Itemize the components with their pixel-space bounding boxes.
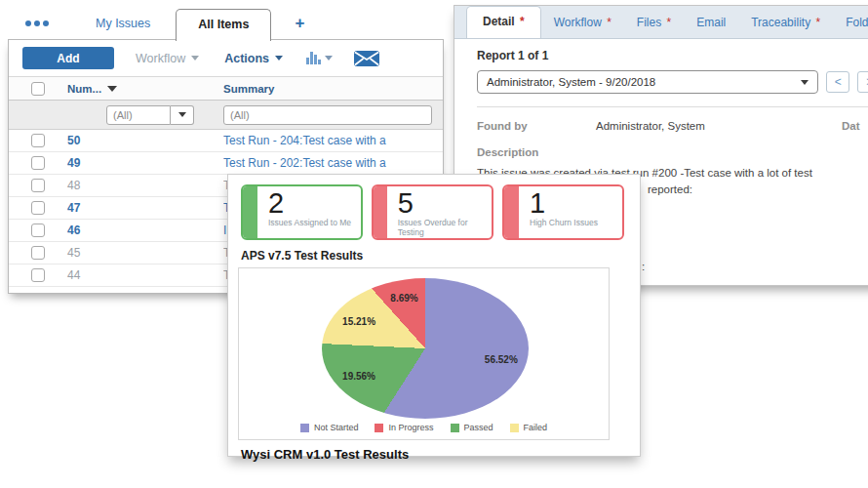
- description-fragment: :: [642, 261, 645, 272]
- sort-desc-icon[interactable]: [107, 86, 117, 92]
- card-value: 1: [530, 188, 598, 218]
- description-label: Description: [477, 146, 868, 158]
- actions-menu-label: Actions: [224, 52, 269, 65]
- card-label: High Churn Issues: [530, 218, 598, 227]
- next-report-button[interactable]: >: [857, 71, 868, 93]
- tab-my-issues[interactable]: My Issues: [96, 17, 150, 30]
- divider: [477, 106, 868, 107]
- card-stripe: [504, 186, 519, 238]
- tab-detail[interactable]: Detail *: [466, 6, 541, 38]
- card-value: 5: [398, 188, 488, 218]
- row-checkbox[interactable]: [31, 224, 45, 237]
- tab-all-items[interactable]: All Items: [176, 9, 271, 41]
- card-value: 2: [268, 188, 351, 218]
- row-checkbox[interactable]: [31, 156, 45, 170]
- kpi-card[interactable]: 2Issues Assigned to Me: [241, 184, 363, 240]
- row-checkbox[interactable]: [31, 246, 45, 260]
- pie-chart-box: 56.52%19.56%15.21%8.69% Not StartedIn Pr…: [238, 267, 610, 440]
- tab-traceability[interactable]: Traceability *: [738, 7, 833, 38]
- card-label: Issues Assigned to Me: [268, 218, 351, 227]
- row-number[interactable]: 45: [67, 246, 80, 260]
- table-row[interactable]: 50Test Run - 204:Test case with a: [9, 130, 443, 152]
- legend-swatch: [375, 424, 383, 432]
- card-stripe: [374, 186, 387, 238]
- number-filter-input[interactable]: (All): [106, 105, 171, 125]
- detail-content: Report 1 of 1 Administrator, System - 9/…: [454, 39, 868, 179]
- dashboard-panel: 2Issues Assigned to Me5Issues Overdue fo…: [227, 174, 641, 457]
- more-dots-icon[interactable]: [25, 20, 49, 26]
- column-summary-header[interactable]: Summary: [223, 83, 443, 95]
- bottom-chart-title: Wysi CRM v1.0 Test Results: [241, 447, 640, 462]
- issues-tab-bar: My Issues All Items +: [8, 8, 444, 39]
- chevron-down-icon: [178, 112, 186, 117]
- row-number[interactable]: 47: [67, 201, 80, 215]
- chart-legend: Not StartedIn ProgressPassedFailed: [239, 423, 609, 432]
- pie-slice-label: 56.52%: [485, 354, 518, 365]
- tab-workflow[interactable]: Workflow *: [541, 7, 624, 38]
- card-label: Issues Overdue for Testing: [398, 218, 488, 237]
- legend-item: In Progress: [375, 423, 433, 432]
- legend-swatch: [300, 424, 309, 432]
- issues-toolbar: Add Workflow Actions: [9, 40, 443, 77]
- row-number[interactable]: 50: [67, 134, 80, 147]
- add-button[interactable]: Add: [22, 47, 114, 69]
- row-summary[interactable]: Test Run - 204:Test case with a: [223, 134, 443, 147]
- description-fragment: reported:: [648, 183, 692, 195]
- summary-filter-input[interactable]: (All): [223, 105, 432, 125]
- chevron-down-icon: [801, 80, 809, 85]
- table-row[interactable]: 49Test Run - 202:Test case with a: [9, 152, 443, 175]
- chevron-down-icon: [275, 56, 283, 61]
- legend-swatch: [451, 424, 459, 432]
- row-checkbox[interactable]: [31, 134, 45, 147]
- kpi-cards: 2Issues Assigned to Me5Issues Overdue fo…: [228, 175, 640, 240]
- detail-tab-bar: Detail *Workflow *Files *EmailTraceabili…: [454, 6, 868, 39]
- legend-item: Passed: [451, 423, 493, 432]
- bar-chart-icon[interactable]: [306, 52, 321, 64]
- kpi-card[interactable]: 1High Churn Issues: [502, 184, 624, 240]
- prev-report-button[interactable]: <: [826, 71, 850, 93]
- add-tab-button[interactable]: +: [295, 14, 304, 33]
- found-by-value: Administrator, System: [596, 120, 705, 132]
- row-checkbox[interactable]: [31, 268, 45, 282]
- pie-slice-label: 15.21%: [342, 315, 375, 326]
- column-number-header[interactable]: Num...: [67, 83, 101, 95]
- legend-swatch: [510, 424, 519, 432]
- report-select[interactable]: Administrator, System - 9/20/2018: [477, 70, 818, 94]
- email-icon[interactable]: [354, 51, 379, 66]
- legend-item: Failed: [510, 423, 548, 432]
- tab-files[interactable]: Files *: [624, 7, 684, 38]
- row-checkbox[interactable]: [31, 201, 45, 215]
- desktop-stage: My Issues All Items + Add Workflow Actio…: [0, 0, 868, 488]
- pie-chart[interactable]: [322, 278, 529, 419]
- actions-menu[interactable]: Actions: [224, 52, 283, 65]
- report-counter: Report 1 of 1: [477, 49, 868, 62]
- filter-row: (All) (All): [9, 101, 443, 130]
- row-checkbox[interactable]: [31, 179, 45, 192]
- pie-slice-label: 19.56%: [342, 371, 375, 382]
- workflow-menu-label: Workflow: [136, 52, 185, 65]
- date-label: Dat: [842, 120, 860, 132]
- chevron-down-icon: [191, 56, 199, 61]
- found-by-label: Found by: [477, 120, 596, 132]
- row-number[interactable]: 44: [67, 268, 80, 282]
- tab-email[interactable]: Email: [684, 7, 738, 38]
- number-filter-dropdown[interactable]: [171, 105, 194, 125]
- pie-slice-label: 8.69%: [390, 293, 417, 304]
- card-stripe: [243, 186, 257, 238]
- row-number[interactable]: 49: [67, 156, 80, 170]
- row-number[interactable]: 48: [67, 179, 80, 192]
- tab-folde[interactable]: Folde: [833, 7, 868, 38]
- kpi-card[interactable]: 5Issues Overdue for Testing: [372, 184, 493, 240]
- chart-title: APS v7.5 Test Results: [241, 249, 640, 263]
- chevron-down-icon[interactable]: [325, 56, 333, 61]
- select-all-checkbox[interactable]: [31, 82, 45, 96]
- row-summary[interactable]: Test Run - 202:Test case with a: [223, 156, 443, 170]
- table-header-row: Num... Summary: [9, 77, 443, 101]
- workflow-menu[interactable]: Workflow: [136, 52, 199, 65]
- legend-item: Not Started: [300, 423, 359, 432]
- report-select-value: Administrator, System - 9/20/2018: [487, 76, 655, 88]
- row-number[interactable]: 46: [67, 224, 80, 237]
